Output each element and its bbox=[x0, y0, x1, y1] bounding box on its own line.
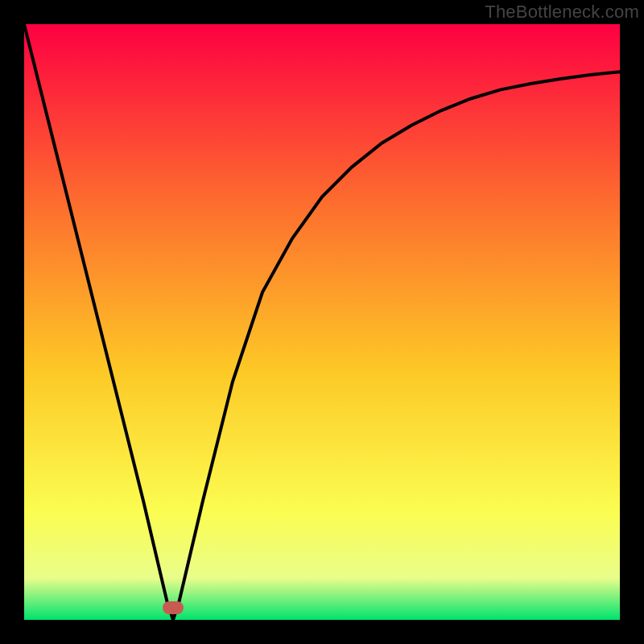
plot-area bbox=[24, 24, 620, 620]
minimum-marker bbox=[163, 601, 184, 614]
bottleneck-curve bbox=[24, 24, 620, 620]
chart-frame: TheBottleneck.com bbox=[0, 0, 644, 644]
attribution-text: TheBottleneck.com bbox=[485, 2, 639, 23]
